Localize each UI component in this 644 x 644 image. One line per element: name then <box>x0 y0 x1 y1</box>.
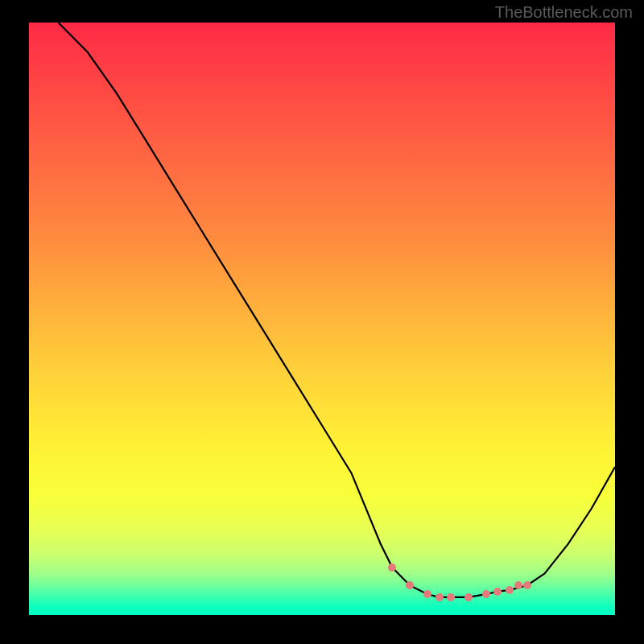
marker-dot <box>423 590 431 598</box>
watermark-text: TheBottleneck.com <box>495 3 633 22</box>
marker-dot <box>506 586 514 594</box>
marker-dot <box>493 588 502 596</box>
marker-dot <box>447 593 455 601</box>
marker-dot <box>436 593 444 601</box>
marker-dot <box>388 564 396 572</box>
marker-dot <box>464 593 473 601</box>
marker-dot <box>406 581 414 589</box>
marker-dot <box>514 581 522 589</box>
marker-dot <box>523 581 531 589</box>
chart-plot-area <box>29 23 615 615</box>
curve-line <box>29 23 615 615</box>
marker-dot <box>482 590 490 598</box>
